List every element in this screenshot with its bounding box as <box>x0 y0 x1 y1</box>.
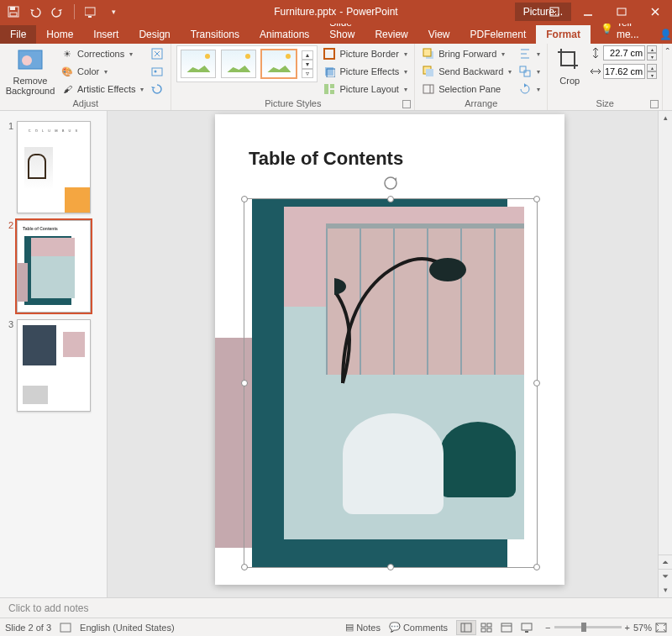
undo-icon[interactable] <box>29 5 42 18</box>
rotate-handle-icon[interactable] <box>383 176 398 191</box>
slide-thumb-2[interactable]: 2 Table of Contents <box>0 217 107 316</box>
tab-design[interactable]: Design <box>129 25 180 44</box>
zoom-in-icon[interactable]: + <box>625 623 630 633</box>
collapse-ribbon-icon[interactable]: ˆ <box>663 44 672 110</box>
fit-to-window-icon[interactable] <box>655 623 667 633</box>
notes-placeholder[interactable]: Click to add notes <box>8 602 88 614</box>
selection-pane-icon <box>422 82 435 96</box>
thumbnail[interactable]: C O L U M B U S <box>17 121 91 213</box>
tab-file[interactable]: File <box>0 25 36 44</box>
color-button[interactable]: 🎨Color▾ <box>59 63 145 80</box>
work-area: 1 C O L U M B U S 2 Table of Contents 3 <box>0 111 672 597</box>
scroll-down-icon[interactable]: ▾ <box>659 583 672 597</box>
slide-title-text[interactable]: Table of Contents <box>249 148 403 170</box>
slide-sorter-icon[interactable] <box>476 620 496 635</box>
change-picture-button[interactable] <box>149 63 165 80</box>
picture-layout-button[interactable]: Picture Layout▾ <box>321 81 409 97</box>
tab-insert[interactable]: Insert <box>83 25 129 44</box>
slideshow-view-icon[interactable] <box>517 620 537 635</box>
tab-pdfelement[interactable]: PDFelement <box>460 25 537 44</box>
width-input[interactable] <box>603 64 645 79</box>
handle-n[interactable] <box>387 196 394 202</box>
tab-share[interactable]: 👤Share <box>649 25 672 44</box>
notes-toggle[interactable]: ▤Notes <box>345 622 381 633</box>
tab-home[interactable]: Home <box>36 25 83 44</box>
scroll-up-icon[interactable]: ▴ <box>659 111 672 125</box>
slide-counter[interactable]: Slide 2 of 3 <box>5 623 51 633</box>
notes-pane[interactable]: Click to add notes <box>0 597 672 618</box>
corrections-button[interactable]: ☀Corrections▾ <box>59 45 145 62</box>
tab-review[interactable]: Review <box>365 25 417 44</box>
zoom-out-icon[interactable]: − <box>545 623 550 633</box>
dialog-launcher-size-icon[interactable] <box>650 100 659 108</box>
style-thumb-2[interactable] <box>221 50 256 78</box>
picture-effects-button[interactable]: Picture Effects▾ <box>321 63 409 80</box>
effects-icon <box>323 65 336 78</box>
tab-view[interactable]: View <box>418 25 460 44</box>
width-spinner[interactable]: ▴▾ <box>647 64 657 79</box>
slide-canvas[interactable]: Table of Contents <box>215 114 564 585</box>
svg-rect-47 <box>525 631 528 633</box>
compress-pictures-button[interactable] <box>149 45 165 62</box>
picture-styles-gallery[interactable]: ▴▾▿ <box>176 45 318 82</box>
start-from-beginning-icon[interactable] <box>85 5 98 18</box>
width-field[interactable]: ▴▾ <box>590 64 657 79</box>
vertical-scrollbar[interactable]: ▴ ⏶⏷ ▾ <box>658 111 672 597</box>
spell-check-icon[interactable] <box>60 623 71 633</box>
tab-format[interactable]: Format <box>536 25 591 44</box>
language-status[interactable]: English (United States) <box>80 623 175 633</box>
bring-forward-button[interactable]: Bring Forward▾ <box>420 45 513 62</box>
zoom-percent[interactable]: 57% <box>633 623 652 633</box>
slide-panel[interactable]: 1 C O L U M B U S 2 Table of Contents 3 <box>0 111 108 597</box>
height-field[interactable]: ▴▾ <box>590 45 657 60</box>
handle-se[interactable] <box>533 564 540 570</box>
dialog-launcher-icon[interactable] <box>402 100 411 108</box>
group-objects-button[interactable]: ▾ <box>517 63 542 80</box>
selection-box[interactable] <box>244 198 538 568</box>
status-bar: Slide 2 of 3 English (United States) ▤No… <box>0 618 672 636</box>
maximize-icon[interactable] <box>605 0 638 24</box>
handle-s[interactable] <box>387 564 394 570</box>
redo-icon[interactable] <box>50 5 64 18</box>
send-backward-button[interactable]: Send Backward▾ <box>420 63 513 80</box>
crop-button[interactable]: Crop <box>553 45 586 86</box>
gallery-scroll[interactable]: ▴▾▿ <box>302 50 313 78</box>
rotate-button[interactable]: ▾ <box>517 81 542 97</box>
handle-e[interactable] <box>533 380 540 386</box>
handle-w[interactable] <box>241 380 248 386</box>
style-thumb-1[interactable] <box>181 50 216 78</box>
height-spinner[interactable]: ▴▾ <box>647 45 657 60</box>
slide-canvas-area[interactable]: Table of Contents <box>108 111 672 597</box>
remove-background-button[interactable]: Remove Background <box>5 45 55 96</box>
align-button[interactable]: ▾ <box>517 45 542 62</box>
ribbon-options-icon[interactable] <box>538 0 571 24</box>
tab-animations[interactable]: Animations <box>249 25 319 44</box>
handle-nw[interactable] <box>241 196 248 202</box>
handle-sw[interactable] <box>241 564 248 570</box>
slide-thumb-1[interactable]: 1 C O L U M B U S <box>0 118 107 217</box>
close-icon[interactable] <box>638 0 672 24</box>
save-icon[interactable] <box>7 5 20 18</box>
group-label-arrange: Arrange <box>420 98 542 110</box>
slide-thumb-3[interactable]: 3 <box>0 316 107 415</box>
reset-picture-button[interactable] <box>149 81 165 97</box>
style-thumb-3[interactable] <box>261 50 297 78</box>
normal-view-icon[interactable] <box>456 620 476 635</box>
group-picture-styles: ▴▾▿ Picture Border▾ Picture Effects▾ Pic… <box>171 44 415 110</box>
qat-customize-icon[interactable]: ▾ <box>107 5 120 18</box>
selection-pane-button[interactable]: Selection Pane <box>420 81 513 97</box>
prev-slide-icon[interactable]: ⏶ <box>659 555 672 569</box>
height-input[interactable] <box>603 45 645 60</box>
thumbnail[interactable] <box>17 319 91 412</box>
reading-view-icon[interactable] <box>496 620 517 635</box>
thumbnail[interactable]: Table of Contents <box>17 220 91 313</box>
artistic-effects-button[interactable]: 🖌Artistic Effects▾ <box>59 81 145 97</box>
tab-transitions[interactable]: Transitions <box>181 25 249 44</box>
next-slide-icon[interactable]: ⏷ <box>659 569 672 583</box>
zoom-slider[interactable] <box>554 626 622 628</box>
handle-ne[interactable] <box>533 196 540 202</box>
comments-toggle[interactable]: 💬Comments <box>389 622 448 633</box>
color-icon: 🎨 <box>60 65 74 78</box>
picture-border-button[interactable]: Picture Border▾ <box>321 45 409 62</box>
minimize-icon[interactable] <box>571 0 605 24</box>
